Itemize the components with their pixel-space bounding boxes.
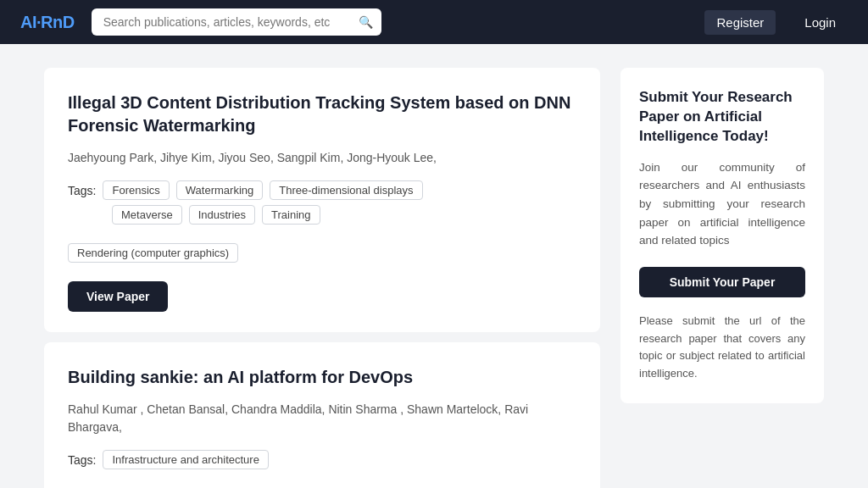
tags-row-3: Rendering (computer graphics) — [68, 243, 576, 263]
tags-row-p2: Tags: Infrastructure and architecture — [68, 450, 576, 469]
paper-title: Illegal 3D Content Distribution Tracking… — [68, 92, 576, 137]
tags-row-1: Tags: Forensics Watermarking Three-dimen… — [68, 180, 576, 200]
tag-three-dimensional[interactable]: Three-dimensional displays — [270, 180, 422, 200]
header: AI·RnD 🔍 Register Login — [0, 0, 868, 44]
tag-industries[interactable]: Industries — [189, 205, 255, 225]
main-container: Illegal 3D Content Distribution Tracking… — [27, 44, 841, 488]
login-button[interactable]: Login — [793, 10, 848, 35]
logo-rnd: RnD — [41, 13, 75, 31]
tag-metaverse[interactable]: Metaverse — [112, 205, 182, 225]
paper-authors-2: Rahul Kumar , Chetan Bansal, Chandra Mad… — [68, 401, 576, 436]
sidebar-card: Submit Your Research Paper on Artificial… — [620, 68, 824, 403]
view-paper-button[interactable]: View Paper — [68, 281, 168, 312]
paper-title-2: Building sankie: an AI platform for DevO… — [68, 366, 576, 389]
search-input[interactable] — [92, 8, 381, 36]
search-container: 🔍 — [92, 8, 381, 36]
logo: AI·RnD — [20, 13, 75, 32]
sidebar-title: Submit Your Research Paper on Artificial… — [639, 88, 805, 147]
logo-ai: AI — [20, 13, 36, 31]
paper-card: Illegal 3D Content Distribution Tracking… — [44, 68, 600, 332]
tag-watermarking[interactable]: Watermarking — [176, 180, 263, 200]
tag-infra[interactable]: Infrastructure and architecture — [103, 450, 268, 469]
tag-rendering[interactable]: Rendering (computer graphics) — [68, 243, 238, 263]
tags-row-2: Metaverse Industries Training — [68, 205, 576, 225]
tag-forensics[interactable]: Forensics — [103, 180, 169, 200]
register-button[interactable]: Register — [704, 10, 776, 35]
paper-card-2: Building sankie: an AI platform for DevO… — [44, 342, 600, 488]
tags-label: Tags: — [68, 184, 96, 197]
tag-training[interactable]: Training — [262, 205, 320, 225]
search-icon: 🔍 — [359, 15, 373, 29]
paper-authors: Jaehyoung Park, Jihye Kim, Jiyou Seo, Sa… — [68, 149, 576, 167]
papers-list: Illegal 3D Content Distribution Tracking… — [44, 68, 600, 488]
sidebar: Submit Your Research Paper on Artificial… — [620, 68, 824, 488]
sidebar-description: Join our community of researchers and AI… — [639, 158, 805, 250]
tags-label-2: Tags: — [68, 453, 96, 467]
sidebar-note: Please submit the url of the research pa… — [639, 313, 805, 383]
submit-paper-button[interactable]: Submit Your Paper — [639, 267, 805, 297]
